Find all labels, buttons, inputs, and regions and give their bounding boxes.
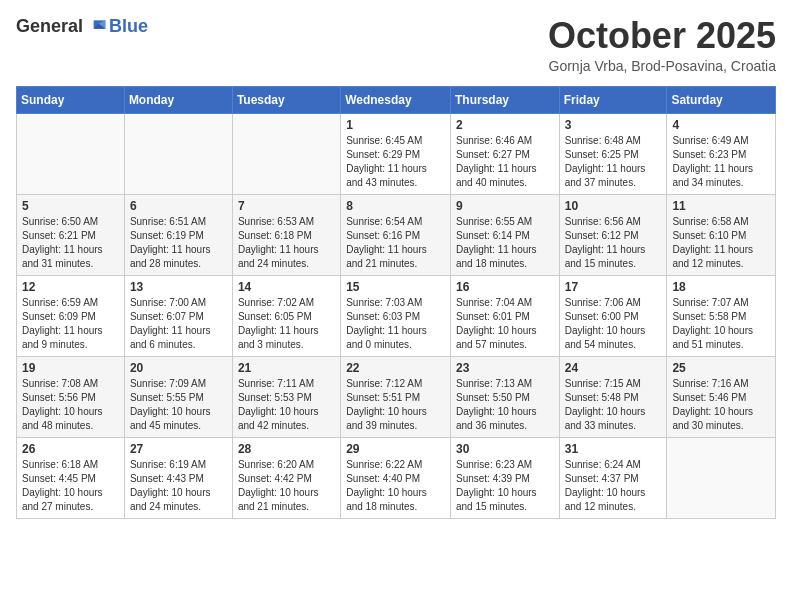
- calendar-cell: 25Sunrise: 7:16 AM Sunset: 5:46 PM Dayli…: [667, 356, 776, 437]
- logo: General Blue: [16, 16, 148, 37]
- calendar-week-3: 12Sunrise: 6:59 AM Sunset: 6:09 PM Dayli…: [17, 275, 776, 356]
- day-info: Sunrise: 6:23 AM Sunset: 4:39 PM Dayligh…: [456, 458, 554, 514]
- weekday-header-friday: Friday: [559, 86, 667, 113]
- header-row: SundayMondayTuesdayWednesdayThursdayFrid…: [17, 86, 776, 113]
- calendar-cell: 1Sunrise: 6:45 AM Sunset: 6:29 PM Daylig…: [341, 113, 451, 194]
- day-info: Sunrise: 7:00 AM Sunset: 6:07 PM Dayligh…: [130, 296, 227, 352]
- day-info: Sunrise: 7:11 AM Sunset: 5:53 PM Dayligh…: [238, 377, 335, 433]
- day-info: Sunrise: 6:22 AM Sunset: 4:40 PM Dayligh…: [346, 458, 445, 514]
- day-info: Sunrise: 6:56 AM Sunset: 6:12 PM Dayligh…: [565, 215, 662, 271]
- day-number: 6: [130, 199, 227, 213]
- calendar-cell: [232, 113, 340, 194]
- day-info: Sunrise: 6:55 AM Sunset: 6:14 PM Dayligh…: [456, 215, 554, 271]
- calendar-week-4: 19Sunrise: 7:08 AM Sunset: 5:56 PM Dayli…: [17, 356, 776, 437]
- day-info: Sunrise: 7:16 AM Sunset: 5:46 PM Dayligh…: [672, 377, 770, 433]
- calendar-cell: 13Sunrise: 7:00 AM Sunset: 6:07 PM Dayli…: [124, 275, 232, 356]
- day-info: Sunrise: 6:48 AM Sunset: 6:25 PM Dayligh…: [565, 134, 662, 190]
- title-block: October 2025 Gornja Vrba, Brod-Posavina,…: [548, 16, 776, 74]
- calendar-cell: 4Sunrise: 6:49 AM Sunset: 6:23 PM Daylig…: [667, 113, 776, 194]
- day-number: 9: [456, 199, 554, 213]
- calendar-week-1: 1Sunrise: 6:45 AM Sunset: 6:29 PM Daylig…: [17, 113, 776, 194]
- day-number: 25: [672, 361, 770, 375]
- day-number: 30: [456, 442, 554, 456]
- day-info: Sunrise: 7:15 AM Sunset: 5:48 PM Dayligh…: [565, 377, 662, 433]
- weekday-header-saturday: Saturday: [667, 86, 776, 113]
- calendar-cell: 17Sunrise: 7:06 AM Sunset: 6:00 PM Dayli…: [559, 275, 667, 356]
- day-info: Sunrise: 6:49 AM Sunset: 6:23 PM Dayligh…: [672, 134, 770, 190]
- day-info: Sunrise: 7:13 AM Sunset: 5:50 PM Dayligh…: [456, 377, 554, 433]
- day-info: Sunrise: 6:18 AM Sunset: 4:45 PM Dayligh…: [22, 458, 119, 514]
- day-number: 14: [238, 280, 335, 294]
- calendar-cell: 14Sunrise: 7:02 AM Sunset: 6:05 PM Dayli…: [232, 275, 340, 356]
- day-info: Sunrise: 6:58 AM Sunset: 6:10 PM Dayligh…: [672, 215, 770, 271]
- calendar-cell: 6Sunrise: 6:51 AM Sunset: 6:19 PM Daylig…: [124, 194, 232, 275]
- day-number: 27: [130, 442, 227, 456]
- calendar-cell: 29Sunrise: 6:22 AM Sunset: 4:40 PM Dayli…: [341, 437, 451, 518]
- weekday-header-thursday: Thursday: [450, 86, 559, 113]
- calendar-cell: 5Sunrise: 6:50 AM Sunset: 6:21 PM Daylig…: [17, 194, 125, 275]
- day-number: 18: [672, 280, 770, 294]
- day-number: 19: [22, 361, 119, 375]
- day-info: Sunrise: 7:07 AM Sunset: 5:58 PM Dayligh…: [672, 296, 770, 352]
- day-info: Sunrise: 7:06 AM Sunset: 6:00 PM Dayligh…: [565, 296, 662, 352]
- logo-icon: [87, 17, 107, 37]
- calendar-cell: 24Sunrise: 7:15 AM Sunset: 5:48 PM Dayli…: [559, 356, 667, 437]
- calendar-cell: 26Sunrise: 6:18 AM Sunset: 4:45 PM Dayli…: [17, 437, 125, 518]
- day-number: 17: [565, 280, 662, 294]
- day-number: 24: [565, 361, 662, 375]
- day-number: 3: [565, 118, 662, 132]
- day-info: Sunrise: 7:03 AM Sunset: 6:03 PM Dayligh…: [346, 296, 445, 352]
- day-number: 26: [22, 442, 119, 456]
- calendar-cell: 19Sunrise: 7:08 AM Sunset: 5:56 PM Dayli…: [17, 356, 125, 437]
- day-number: 8: [346, 199, 445, 213]
- calendar-cell: 20Sunrise: 7:09 AM Sunset: 5:55 PM Dayli…: [124, 356, 232, 437]
- day-number: 29: [346, 442, 445, 456]
- day-info: Sunrise: 6:50 AM Sunset: 6:21 PM Dayligh…: [22, 215, 119, 271]
- calendar-cell: 10Sunrise: 6:56 AM Sunset: 6:12 PM Dayli…: [559, 194, 667, 275]
- calendar-cell: [667, 437, 776, 518]
- day-number: 16: [456, 280, 554, 294]
- day-info: Sunrise: 6:20 AM Sunset: 4:42 PM Dayligh…: [238, 458, 335, 514]
- day-info: Sunrise: 6:45 AM Sunset: 6:29 PM Dayligh…: [346, 134, 445, 190]
- page-header: General Blue October 2025 Gornja Vrba, B…: [16, 16, 776, 74]
- calendar-cell: [17, 113, 125, 194]
- day-number: 12: [22, 280, 119, 294]
- day-number: 11: [672, 199, 770, 213]
- day-number: 2: [456, 118, 554, 132]
- calendar-week-2: 5Sunrise: 6:50 AM Sunset: 6:21 PM Daylig…: [17, 194, 776, 275]
- calendar-cell: 21Sunrise: 7:11 AM Sunset: 5:53 PM Dayli…: [232, 356, 340, 437]
- calendar-cell: 15Sunrise: 7:03 AM Sunset: 6:03 PM Dayli…: [341, 275, 451, 356]
- day-number: 21: [238, 361, 335, 375]
- calendar-cell: 23Sunrise: 7:13 AM Sunset: 5:50 PM Dayli…: [450, 356, 559, 437]
- day-number: 10: [565, 199, 662, 213]
- day-number: 23: [456, 361, 554, 375]
- calendar-cell: [124, 113, 232, 194]
- day-info: Sunrise: 7:08 AM Sunset: 5:56 PM Dayligh…: [22, 377, 119, 433]
- calendar-cell: 18Sunrise: 7:07 AM Sunset: 5:58 PM Dayli…: [667, 275, 776, 356]
- day-info: Sunrise: 7:04 AM Sunset: 6:01 PM Dayligh…: [456, 296, 554, 352]
- weekday-header-tuesday: Tuesday: [232, 86, 340, 113]
- calendar-cell: 11Sunrise: 6:58 AM Sunset: 6:10 PM Dayli…: [667, 194, 776, 275]
- day-info: Sunrise: 6:24 AM Sunset: 4:37 PM Dayligh…: [565, 458, 662, 514]
- calendar-cell: 3Sunrise: 6:48 AM Sunset: 6:25 PM Daylig…: [559, 113, 667, 194]
- day-number: 20: [130, 361, 227, 375]
- calendar-cell: 22Sunrise: 7:12 AM Sunset: 5:51 PM Dayli…: [341, 356, 451, 437]
- day-info: Sunrise: 6:51 AM Sunset: 6:19 PM Dayligh…: [130, 215, 227, 271]
- weekday-header-monday: Monday: [124, 86, 232, 113]
- day-number: 5: [22, 199, 119, 213]
- day-number: 7: [238, 199, 335, 213]
- day-info: Sunrise: 6:53 AM Sunset: 6:18 PM Dayligh…: [238, 215, 335, 271]
- calendar-cell: 28Sunrise: 6:20 AM Sunset: 4:42 PM Dayli…: [232, 437, 340, 518]
- weekday-header-sunday: Sunday: [17, 86, 125, 113]
- day-number: 28: [238, 442, 335, 456]
- day-number: 15: [346, 280, 445, 294]
- day-info: Sunrise: 6:54 AM Sunset: 6:16 PM Dayligh…: [346, 215, 445, 271]
- calendar-title: October 2025: [548, 16, 776, 56]
- day-number: 31: [565, 442, 662, 456]
- weekday-header-wednesday: Wednesday: [341, 86, 451, 113]
- calendar-cell: 7Sunrise: 6:53 AM Sunset: 6:18 PM Daylig…: [232, 194, 340, 275]
- calendar-cell: 27Sunrise: 6:19 AM Sunset: 4:43 PM Dayli…: [124, 437, 232, 518]
- day-info: Sunrise: 7:09 AM Sunset: 5:55 PM Dayligh…: [130, 377, 227, 433]
- calendar-cell: 30Sunrise: 6:23 AM Sunset: 4:39 PM Dayli…: [450, 437, 559, 518]
- logo-blue-text: Blue: [109, 16, 148, 37]
